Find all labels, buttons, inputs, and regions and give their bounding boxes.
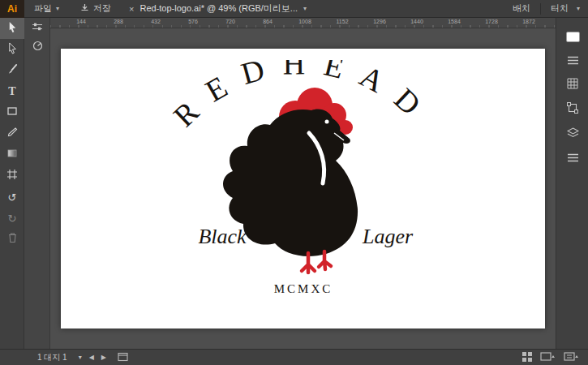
rotate-view-icon <box>32 40 43 54</box>
panel-lines-icon <box>567 151 579 165</box>
workspace-name[interactable]: 터치 <box>551 2 569 15</box>
delete-button[interactable] <box>0 229 24 250</box>
properties-panel-button[interactable] <box>556 49 588 73</box>
prev-artboard-button[interactable]: ◀ <box>89 354 94 361</box>
ruler-tick: 144 <box>76 19 86 24</box>
transform-panel-button[interactable] <box>556 97 588 122</box>
tools-secondary-column <box>24 18 50 349</box>
ruler-tick: 1584 <box>448 19 461 24</box>
ruler-tick: 432 <box>151 19 161 24</box>
artboard-tool-icon <box>6 169 18 183</box>
app-logo[interactable]: Ai <box>0 0 24 18</box>
save-label: 저장 <box>93 2 111 15</box>
redhead-logo-artwork[interactable]: REDHEAD <box>141 60 466 303</box>
undo-icon: ↺ <box>8 192 17 203</box>
ruler-tick: 1872 <box>522 19 535 24</box>
type-tool-icon: T <box>8 85 15 98</box>
pencil-tool[interactable] <box>0 123 24 144</box>
workspace-switcher: 배치 터치 ▾ <box>513 2 580 15</box>
top-menu-bar: Ai 파일 ▾ 저장 × Red-top-logo.ai* @ 49% (RGB… <box>0 0 588 18</box>
canvas-pasteboard[interactable]: REDHEAD <box>50 28 556 349</box>
sliders-icon <box>32 20 43 35</box>
redo-icon: ↻ <box>8 213 17 224</box>
divider <box>540 3 541 15</box>
pencil-tool-icon <box>6 127 18 141</box>
ruler-tick: 1296 <box>373 19 386 24</box>
horizontal-ruler[interactable]: 144 288 432 576 720 864 1008 1152 1296 1… <box>50 18 556 28</box>
ruler-tick: 576 <box>188 19 198 24</box>
undo-button[interactable]: ↺ <box>0 187 24 208</box>
fill-color-swatch <box>566 32 580 42</box>
chevron-down-icon: ▾ <box>56 5 59 12</box>
file-menu-label: 파일 <box>34 2 52 15</box>
artboard-indicator: 1 대지 1 <box>37 352 67 363</box>
selection-tool-icon <box>6 21 19 36</box>
save-button[interactable]: 저장 <box>80 2 111 15</box>
rotate-view-button[interactable] <box>24 37 50 57</box>
ruler-tick: 720 <box>225 19 235 24</box>
layers-icon <box>567 127 579 141</box>
tab-dropdown-icon[interactable]: ▾ <box>303 5 307 12</box>
status-doc-icon[interactable] <box>118 352 128 363</box>
gradient-tool[interactable] <box>0 144 24 165</box>
illustrator-window: Ai 파일 ▾ 저장 × Red-top-logo.ai* @ 49% (RGB… <box>0 0 588 365</box>
paintbrush-tool[interactable] <box>0 60 24 81</box>
arrange-documents-button[interactable]: 배치 <box>513 2 530 15</box>
transform-icon <box>567 102 578 117</box>
direct-selection-tool[interactable] <box>0 39 24 60</box>
logo-word-lager[interactable]: Lager <box>361 225 413 248</box>
trash-icon <box>7 232 18 247</box>
collapsed-panel-dock <box>556 18 588 349</box>
paintbrush-tool-icon <box>6 63 19 79</box>
selection-tool[interactable] <box>0 18 24 39</box>
color-panel-button[interactable] <box>556 24 588 49</box>
swatch-grid-icon <box>567 78 578 92</box>
logo-word-black[interactable]: Black <box>198 225 247 248</box>
artboard-dropdown-icon[interactable]: ▾ <box>79 354 82 361</box>
gradient-tool-icon <box>6 148 18 162</box>
save-icon <box>80 3 89 14</box>
ruler-tick: 1008 <box>298 19 311 24</box>
ruler-tick: 1440 <box>410 19 423 24</box>
screen-mode-icon[interactable] <box>564 351 580 363</box>
rectangle-tool[interactable] <box>0 102 24 123</box>
swatches-panel-button[interactable] <box>556 73 588 97</box>
file-menu[interactable]: 파일 ▾ <box>34 2 59 15</box>
artboard-tool[interactable] <box>0 165 24 187</box>
tools-panel: T ↺ ↻ <box>0 18 24 349</box>
redo-button[interactable]: ↻ <box>0 208 24 229</box>
logo-year[interactable]: MCMXC <box>273 282 333 295</box>
ruler-tick: 288 <box>114 19 123 24</box>
direct-selection-tool-icon <box>6 42 19 58</box>
ruler-tick: 1728 <box>485 19 498 24</box>
close-tab-icon[interactable]: × <box>129 4 134 14</box>
menu-lines-icon <box>567 54 579 68</box>
type-tool[interactable]: T <box>0 81 24 102</box>
document-tab[interactable]: × Red-top-logo.ai* @ 49% (RGB/미리보... ▾ <box>129 2 307 15</box>
rectangle-tool-icon <box>6 105 18 120</box>
document-title: Red-top-logo.ai* @ 49% (RGB/미리보... <box>139 2 298 15</box>
status-bar: 1 대지 1 ▾ ◀ ▶ <box>0 349 588 365</box>
ruler-tick: 1152 <box>336 19 348 24</box>
layers-panel-button[interactable] <box>556 122 588 146</box>
libraries-panel-button[interactable] <box>556 146 588 170</box>
grid-view-icon[interactable] <box>521 351 533 364</box>
artboard[interactable]: REDHEAD <box>61 49 545 328</box>
workspace-dropdown-icon[interactable]: ▾ <box>577 5 580 12</box>
next-artboard-button[interactable]: ▶ <box>101 354 106 361</box>
ruler-tick: 864 <box>263 19 273 24</box>
tool-options-button[interactable] <box>24 18 50 37</box>
rooster-eye <box>324 120 328 124</box>
artboard-view-icon[interactable] <box>540 351 556 363</box>
